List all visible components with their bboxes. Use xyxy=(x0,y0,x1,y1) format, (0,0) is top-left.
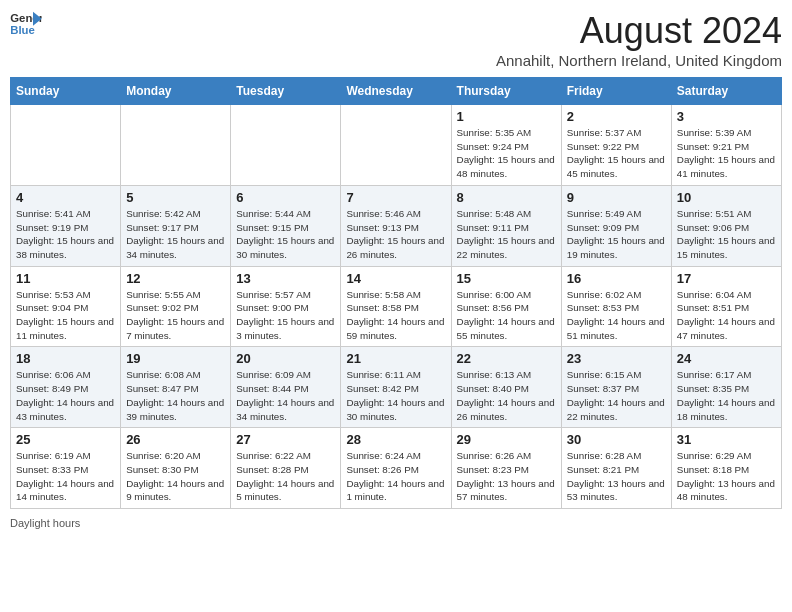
logo-icon: General Blue xyxy=(10,10,42,38)
day-number: 7 xyxy=(346,190,445,205)
day-number: 13 xyxy=(236,271,335,286)
day-info: Sunrise: 6:08 AM Sunset: 8:47 PM Dayligh… xyxy=(126,368,225,423)
table-row: 15Sunrise: 6:00 AM Sunset: 8:56 PM Dayli… xyxy=(451,266,561,347)
day-info: Sunrise: 6:02 AM Sunset: 8:53 PM Dayligh… xyxy=(567,288,666,343)
table-row: 7Sunrise: 5:46 AM Sunset: 9:13 PM Daylig… xyxy=(341,185,451,266)
day-number: 26 xyxy=(126,432,225,447)
calendar-week-row: 25Sunrise: 6:19 AM Sunset: 8:33 PM Dayli… xyxy=(11,428,782,509)
day-number: 31 xyxy=(677,432,776,447)
day-info: Sunrise: 6:00 AM Sunset: 8:56 PM Dayligh… xyxy=(457,288,556,343)
day-info: Sunrise: 5:44 AM Sunset: 9:15 PM Dayligh… xyxy=(236,207,335,262)
day-number: 16 xyxy=(567,271,666,286)
day-number: 17 xyxy=(677,271,776,286)
day-info: Sunrise: 5:55 AM Sunset: 9:02 PM Dayligh… xyxy=(126,288,225,343)
day-info: Sunrise: 6:11 AM Sunset: 8:42 PM Dayligh… xyxy=(346,368,445,423)
day-number: 22 xyxy=(457,351,556,366)
table-row: 28Sunrise: 6:24 AM Sunset: 8:26 PM Dayli… xyxy=(341,428,451,509)
table-row: 13Sunrise: 5:57 AM Sunset: 9:00 PM Dayli… xyxy=(231,266,341,347)
day-info: Sunrise: 6:17 AM Sunset: 8:35 PM Dayligh… xyxy=(677,368,776,423)
day-number: 5 xyxy=(126,190,225,205)
table-row: 26Sunrise: 6:20 AM Sunset: 8:30 PM Dayli… xyxy=(121,428,231,509)
table-row: 2Sunrise: 5:37 AM Sunset: 9:22 PM Daylig… xyxy=(561,105,671,186)
day-number: 25 xyxy=(16,432,115,447)
day-info: Sunrise: 6:09 AM Sunset: 8:44 PM Dayligh… xyxy=(236,368,335,423)
table-row: 8Sunrise: 5:48 AM Sunset: 9:11 PM Daylig… xyxy=(451,185,561,266)
table-row: 9Sunrise: 5:49 AM Sunset: 9:09 PM Daylig… xyxy=(561,185,671,266)
table-row xyxy=(341,105,451,186)
table-row: 31Sunrise: 6:29 AM Sunset: 8:18 PM Dayli… xyxy=(671,428,781,509)
table-row: 25Sunrise: 6:19 AM Sunset: 8:33 PM Dayli… xyxy=(11,428,121,509)
logo: General Blue xyxy=(10,10,42,38)
table-row: 30Sunrise: 6:28 AM Sunset: 8:21 PM Dayli… xyxy=(561,428,671,509)
day-info: Sunrise: 5:58 AM Sunset: 8:58 PM Dayligh… xyxy=(346,288,445,343)
day-info: Sunrise: 5:57 AM Sunset: 9:00 PM Dayligh… xyxy=(236,288,335,343)
table-row: 29Sunrise: 6:26 AM Sunset: 8:23 PM Dayli… xyxy=(451,428,561,509)
footer: Daylight hours xyxy=(10,517,782,529)
day-info: Sunrise: 6:22 AM Sunset: 8:28 PM Dayligh… xyxy=(236,449,335,504)
day-info: Sunrise: 6:28 AM Sunset: 8:21 PM Dayligh… xyxy=(567,449,666,504)
table-row: 5Sunrise: 5:42 AM Sunset: 9:17 PM Daylig… xyxy=(121,185,231,266)
day-number: 23 xyxy=(567,351,666,366)
table-row: 12Sunrise: 5:55 AM Sunset: 9:02 PM Dayli… xyxy=(121,266,231,347)
day-info: Sunrise: 6:26 AM Sunset: 8:23 PM Dayligh… xyxy=(457,449,556,504)
header-wednesday: Wednesday xyxy=(341,78,451,105)
day-number: 19 xyxy=(126,351,225,366)
day-number: 29 xyxy=(457,432,556,447)
day-info: Sunrise: 6:06 AM Sunset: 8:49 PM Dayligh… xyxy=(16,368,115,423)
day-info: Sunrise: 6:04 AM Sunset: 8:51 PM Dayligh… xyxy=(677,288,776,343)
header-tuesday: Tuesday xyxy=(231,78,341,105)
day-info: Sunrise: 5:35 AM Sunset: 9:24 PM Dayligh… xyxy=(457,126,556,181)
day-number: 11 xyxy=(16,271,115,286)
day-number: 4 xyxy=(16,190,115,205)
table-row: 21Sunrise: 6:11 AM Sunset: 8:42 PM Dayli… xyxy=(341,347,451,428)
day-number: 6 xyxy=(236,190,335,205)
calendar-week-row: 18Sunrise: 6:06 AM Sunset: 8:49 PM Dayli… xyxy=(11,347,782,428)
title-block: August 2024 Annahilt, Northern Ireland, … xyxy=(496,10,782,69)
location: Annahilt, Northern Ireland, United Kingd… xyxy=(496,52,782,69)
day-info: Sunrise: 5:46 AM Sunset: 9:13 PM Dayligh… xyxy=(346,207,445,262)
day-number: 1 xyxy=(457,109,556,124)
table-row: 20Sunrise: 6:09 AM Sunset: 8:44 PM Dayli… xyxy=(231,347,341,428)
calendar-week-row: 4Sunrise: 5:41 AM Sunset: 9:19 PM Daylig… xyxy=(11,185,782,266)
day-number: 27 xyxy=(236,432,335,447)
day-number: 28 xyxy=(346,432,445,447)
day-info: Sunrise: 6:20 AM Sunset: 8:30 PM Dayligh… xyxy=(126,449,225,504)
calendar-header-row: Sunday Monday Tuesday Wednesday Thursday… xyxy=(11,78,782,105)
table-row: 22Sunrise: 6:13 AM Sunset: 8:40 PM Dayli… xyxy=(451,347,561,428)
day-number: 12 xyxy=(126,271,225,286)
table-row xyxy=(231,105,341,186)
day-info: Sunrise: 6:19 AM Sunset: 8:33 PM Dayligh… xyxy=(16,449,115,504)
day-info: Sunrise: 5:39 AM Sunset: 9:21 PM Dayligh… xyxy=(677,126,776,181)
day-info: Sunrise: 5:37 AM Sunset: 9:22 PM Dayligh… xyxy=(567,126,666,181)
table-row xyxy=(121,105,231,186)
day-number: 21 xyxy=(346,351,445,366)
day-info: Sunrise: 6:29 AM Sunset: 8:18 PM Dayligh… xyxy=(677,449,776,504)
table-row: 24Sunrise: 6:17 AM Sunset: 8:35 PM Dayli… xyxy=(671,347,781,428)
day-number: 20 xyxy=(236,351,335,366)
header-friday: Friday xyxy=(561,78,671,105)
header-thursday: Thursday xyxy=(451,78,561,105)
table-row: 11Sunrise: 5:53 AM Sunset: 9:04 PM Dayli… xyxy=(11,266,121,347)
calendar-table: Sunday Monday Tuesday Wednesday Thursday… xyxy=(10,77,782,509)
table-row: 10Sunrise: 5:51 AM Sunset: 9:06 PM Dayli… xyxy=(671,185,781,266)
month-year: August 2024 xyxy=(496,10,782,52)
day-number: 30 xyxy=(567,432,666,447)
table-row: 6Sunrise: 5:44 AM Sunset: 9:15 PM Daylig… xyxy=(231,185,341,266)
day-number: 3 xyxy=(677,109,776,124)
day-number: 10 xyxy=(677,190,776,205)
day-number: 24 xyxy=(677,351,776,366)
table-row: 23Sunrise: 6:15 AM Sunset: 8:37 PM Dayli… xyxy=(561,347,671,428)
day-info: Sunrise: 5:48 AM Sunset: 9:11 PM Dayligh… xyxy=(457,207,556,262)
table-row: 1Sunrise: 5:35 AM Sunset: 9:24 PM Daylig… xyxy=(451,105,561,186)
day-info: Sunrise: 6:15 AM Sunset: 8:37 PM Dayligh… xyxy=(567,368,666,423)
day-number: 15 xyxy=(457,271,556,286)
table-row: 18Sunrise: 6:06 AM Sunset: 8:49 PM Dayli… xyxy=(11,347,121,428)
day-info: Sunrise: 5:51 AM Sunset: 9:06 PM Dayligh… xyxy=(677,207,776,262)
day-info: Sunrise: 6:13 AM Sunset: 8:40 PM Dayligh… xyxy=(457,368,556,423)
calendar-week-row: 1Sunrise: 5:35 AM Sunset: 9:24 PM Daylig… xyxy=(11,105,782,186)
table-row: 16Sunrise: 6:02 AM Sunset: 8:53 PM Dayli… xyxy=(561,266,671,347)
table-row: 3Sunrise: 5:39 AM Sunset: 9:21 PM Daylig… xyxy=(671,105,781,186)
day-number: 2 xyxy=(567,109,666,124)
table-row: 4Sunrise: 5:41 AM Sunset: 9:19 PM Daylig… xyxy=(11,185,121,266)
calendar-week-row: 11Sunrise: 5:53 AM Sunset: 9:04 PM Dayli… xyxy=(11,266,782,347)
